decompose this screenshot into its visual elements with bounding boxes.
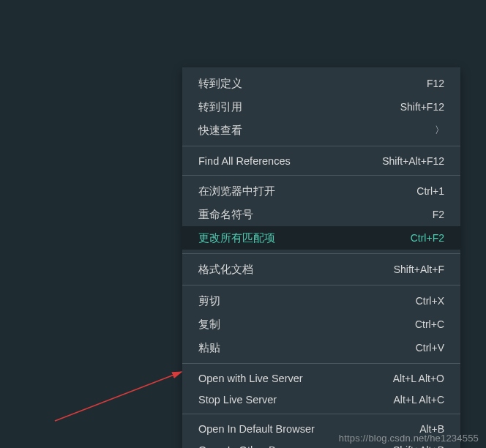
- menu-item-shortcut: Shift+Alt+F12: [382, 155, 444, 167]
- annotation-arrow: [51, 326, 198, 428]
- menu-item-shortcut: Alt+L Alt+O: [393, 373, 444, 384]
- menu-item-shortcut: Ctrl+1: [416, 185, 444, 197]
- context-menu: 转到定义F12转到引用Shift+F12快速查看〉Find All Refere…: [182, 67, 460, 448]
- menu-item-shortcut: Alt+L Alt+C: [393, 394, 444, 406]
- menu-item-shortcut: Ctrl+F2: [411, 232, 444, 244]
- menu-item-label: Open In Other Browsers: [198, 444, 378, 449]
- menu-item[interactable]: 剪切Ctrl+X: [182, 289, 460, 313]
- menu-item[interactable]: 快速查看〉: [182, 119, 460, 142]
- menu-item-shortcut: Shift+Alt+B: [393, 444, 444, 449]
- menu-item-label: 转到引用: [198, 100, 386, 114]
- menu-item-shortcut: Ctrl+X: [416, 295, 444, 307]
- menu-item[interactable]: Stop Live ServerAlt+L Alt+C: [182, 389, 460, 410]
- watermark-text: https://blog.csdn.net/he1234555: [339, 433, 479, 444]
- menu-separator: [182, 253, 460, 254]
- menu-item[interactable]: 格式化文档Shift+Alt+F: [182, 258, 460, 281]
- menu-item[interactable]: 在浏览器中打开Ctrl+1: [182, 179, 460, 203]
- menu-separator: [182, 285, 460, 285]
- menu-item-shortcut: F12: [427, 78, 444, 89]
- menu-item-label: 重命名符号: [198, 208, 418, 222]
- menu-separator: [182, 175, 460, 176]
- menu-item-label: 在浏览器中打开: [198, 184, 402, 198]
- svg-line-0: [55, 372, 182, 421]
- menu-item[interactable]: 粘贴Ctrl+V: [182, 336, 460, 359]
- menu-item[interactable]: 转到定义F12: [182, 72, 460, 95]
- menu-item-shortcut: Ctrl+V: [416, 342, 444, 354]
- menu-separator: [182, 414, 460, 414]
- menu-item-label: Open with Live Server: [198, 373, 378, 384]
- menu-item-label: Find All References: [198, 155, 367, 167]
- menu-item-label: 更改所有匹配项: [198, 231, 396, 245]
- menu-item[interactable]: 复制Ctrl+C: [182, 313, 460, 336]
- menu-item[interactable]: 转到引用Shift+F12: [182, 95, 460, 119]
- menu-item-label: 粘贴: [198, 341, 401, 355]
- menu-item-shortcut: Shift+F12: [400, 101, 444, 113]
- menu-item[interactable]: Find All ReferencesShift+Alt+F12: [182, 150, 460, 171]
- menu-item-label: 转到定义: [198, 77, 412, 91]
- menu-item-label: 剪切: [198, 294, 401, 308]
- menu-item[interactable]: Open with Live ServerAlt+L Alt+O: [182, 367, 460, 389]
- chevron-right-icon: 〉: [435, 124, 444, 137]
- menu-item[interactable]: 更改所有匹配项Ctrl+F2: [182, 226, 460, 250]
- menu-item-shortcut: F2: [433, 209, 444, 220]
- menu-separator: [182, 146, 460, 146]
- menu-item[interactable]: 重命名符号F2: [182, 203, 460, 226]
- menu-item-shortcut: Ctrl+C: [415, 318, 444, 330]
- menu-item-shortcut: Shift+Alt+F: [394, 264, 444, 275]
- menu-item-label: 复制: [198, 318, 400, 332]
- menu-item-label: Stop Live Server: [198, 394, 378, 406]
- menu-separator: [182, 363, 460, 364]
- menu-item-label: 快速查看: [198, 124, 435, 138]
- menu-item-label: 格式化文档: [198, 263, 379, 277]
